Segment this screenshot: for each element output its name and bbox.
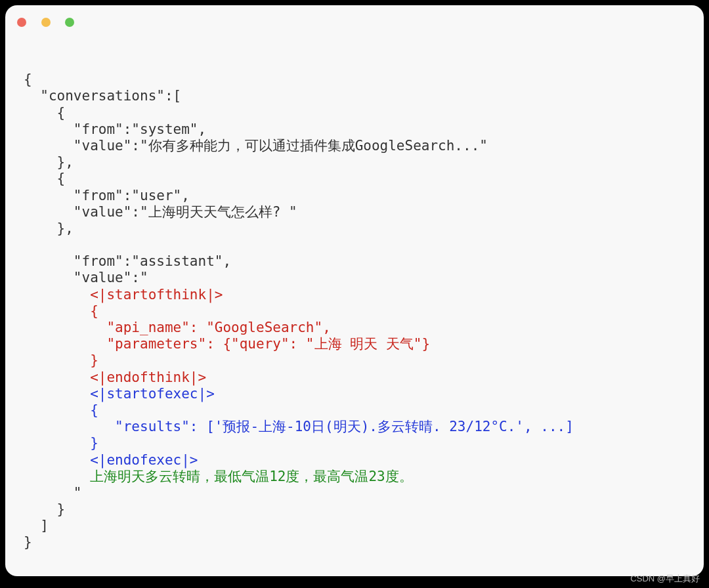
exec-line: { xyxy=(24,402,98,418)
exec-line: "results": ['预报-上海-10日(明天).多云转晴. 23/12°C… xyxy=(24,419,574,434)
code-line: "conversations":[ xyxy=(24,88,181,104)
code-line: }, xyxy=(24,154,74,170)
think-line: "api_name": "GoogleSearch", xyxy=(24,320,331,335)
code-block: { "conversations":[ { "from":"system", "… xyxy=(5,43,704,574)
exec-line: } xyxy=(24,435,98,451)
code-line: " xyxy=(24,485,82,501)
code-line: "value":" xyxy=(24,270,148,285)
think-line: <|startofthink|> xyxy=(24,287,223,303)
code-line: { xyxy=(24,105,65,121)
exec-line: <|startofexec|> xyxy=(24,386,215,402)
code-line: { xyxy=(24,171,65,186)
watermark-text: CSDN @早上真好 xyxy=(630,574,700,584)
exec-line: <|endofexec|> xyxy=(24,452,198,468)
zoom-icon[interactable] xyxy=(65,18,74,27)
code-line: }, xyxy=(24,220,74,236)
minimize-icon[interactable] xyxy=(41,18,51,27)
code-line: "from":"user", xyxy=(24,188,190,203)
think-line: } xyxy=(24,352,98,368)
code-line: } xyxy=(24,501,65,517)
code-line: "from":"assistant", xyxy=(24,253,231,269)
code-line: "value":"上海明天天气怎么样? " xyxy=(24,204,297,220)
think-line: { xyxy=(24,303,98,319)
code-line: ] xyxy=(24,518,49,534)
code-line: { xyxy=(24,72,32,87)
code-line: "from":"system", xyxy=(24,121,206,137)
think-line: <|endofthink|> xyxy=(24,369,206,385)
window-titlebar xyxy=(5,5,704,43)
think-line: "parameters": {"query": "上海 明天 天气"} xyxy=(24,336,430,352)
code-line: } xyxy=(24,534,32,550)
answer-line: 上海明天多云转晴，最低气温12度，最高气温23度。 xyxy=(24,469,413,484)
code-line: "value":"你有多种能力，可以通过插件集成GoogleSearch..." xyxy=(24,138,488,154)
close-icon[interactable] xyxy=(17,18,26,27)
code-window: { "conversations":[ { "from":"system", "… xyxy=(5,5,704,576)
